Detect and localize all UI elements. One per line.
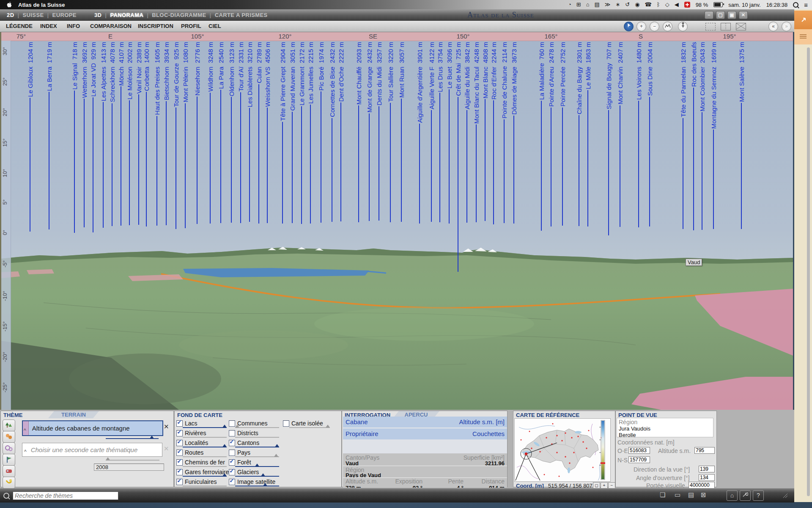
layer-slider-rivie-res[interactable] [183, 437, 227, 438]
home-icon[interactable]: ⌂ [586, 0, 590, 9]
oe-field[interactable] [628, 447, 650, 454]
ns-field[interactable] [628, 456, 650, 463]
height-button[interactable] [678, 22, 688, 31]
help-button[interactable]: ? [753, 490, 764, 501]
minimize-button[interactable]: – [705, 11, 713, 19]
split-view-button[interactable] [721, 23, 731, 30]
mode-item-suisse[interactable]: SUISSE [19, 12, 47, 18]
close-button[interactable]: ✕ [739, 11, 748, 19]
next-button[interactable]: » [782, 22, 791, 31]
widget-header[interactable] [794, 11, 812, 29]
theme-search-input[interactable] [13, 491, 118, 500]
layer-slider-glaciers[interactable] [235, 476, 279, 477]
phone-icon[interactable]: ☎ [645, 0, 652, 9]
overlay-view-button[interactable] [736, 23, 746, 30]
layer-slider-chemins-de-fer[interactable] [183, 466, 227, 467]
volume-icon[interactable]: ◀ [675, 0, 679, 9]
spotlight-icon[interactable] [793, 2, 798, 8]
widget-menu[interactable] [794, 29, 812, 44]
layer-slider-localite-s[interactable] [183, 447, 227, 447]
menu-time[interactable]: 16:28:38 [766, 2, 788, 8]
menu-item-le-gende[interactable]: LÉGENDE [6, 23, 33, 29]
checkbox-carte-isole-e[interactable] [283, 420, 289, 427]
resize-grip[interactable] [782, 493, 788, 500]
second-theme-select[interactable]: ^ Choisir une seconde carte thématique [22, 443, 162, 457]
layer-slider-districts[interactable] [235, 437, 279, 438]
layer-slider-funiculaires[interactable] [183, 486, 227, 486]
theme-rail-state-icon[interactable] [3, 454, 15, 466]
tab-terrain[interactable]: TERRAIN [48, 411, 99, 418]
aperture-field[interactable] [699, 474, 715, 481]
checkbox-fore-t[interactable]: ✓ [229, 459, 235, 466]
slider-handle[interactable] [222, 425, 227, 428]
layer-slider-lacs[interactable] [183, 427, 227, 428]
notification-list-icon[interactable]: ≡ [804, 1, 808, 8]
slider-handle[interactable] [274, 454, 278, 457]
year-field[interactable]: 2008 [94, 464, 164, 471]
layer-slider-cantons[interactable] [235, 447, 279, 447]
bluetooth-icon[interactable]: ᛒ [657, 0, 660, 9]
copy-icon[interactable]: ❏ [660, 491, 665, 499]
checkbox-routes[interactable]: ✓ [176, 450, 183, 456]
menu-item-index[interactable]: INDEX [40, 23, 57, 29]
zoom-in-button[interactable]: + [636, 22, 646, 31]
menu-item-comparaison[interactable]: COMPARAISON [90, 23, 132, 29]
checkbox-rivie-res[interactable]: ✓ [176, 430, 183, 436]
layer-slider-pays[interactable] [235, 456, 279, 457]
profile-button[interactable] [663, 22, 672, 31]
widget-scrollbar[interactable] [807, 47, 810, 496]
checkbox-lacs[interactable]: ✓ [176, 420, 183, 427]
slider-handle[interactable] [222, 473, 227, 476]
keyboard-layout-swiss-icon[interactable] [684, 2, 690, 8]
checkbox-districts[interactable] [229, 430, 235, 436]
menu-date[interactable]: sam. 10 janv. [728, 2, 760, 8]
panorama-view[interactable]: 75°E105°120°SE150°165°S195° 30°25°20°15°… [0, 32, 793, 410]
altitude-field[interactable] [694, 447, 715, 454]
maximize-button[interactable]: ▣ [727, 11, 736, 19]
menu-item-info[interactable]: INFO [67, 23, 80, 29]
theme-map-select[interactable]: ^ Altitude des cabanes de montagne [22, 420, 163, 436]
slider-handle[interactable] [255, 464, 259, 467]
menu-item-ciel[interactable]: CIEL [208, 23, 221, 29]
folder-icon[interactable]: ▭ [675, 491, 680, 499]
checkbox-communes[interactable] [229, 420, 235, 427]
close-theme-icon[interactable]: ✕ [164, 423, 169, 431]
direction-field[interactable] [699, 466, 715, 472]
slider-handle[interactable] [261, 473, 265, 476]
mode-item-bloc-diagramme[interactable]: BLOC-DIAGRAMME [148, 12, 209, 18]
layer-slider-communes[interactable] [235, 427, 279, 428]
sync-icon[interactable]: ◔ [568, 0, 571, 9]
slider-handle[interactable] [150, 436, 154, 439]
previous-button[interactable]: « [768, 22, 778, 31]
apple-menu-icon[interactable] [6, 1, 12, 8]
checkbox-gares-ferroviaires[interactable]: ✓ [176, 469, 183, 475]
theme-rail-economy-icon[interactable] [3, 442, 15, 454]
home-button[interactable]: ⌂ [727, 490, 738, 501]
accessibility-icon[interactable]: ◉ [635, 0, 639, 9]
checkbox-cantons[interactable]: ✓ [229, 440, 235, 446]
slider-handle[interactable] [106, 457, 110, 460]
menu-item-inscription[interactable]: INSCRIPTION [138, 23, 173, 29]
theme-rail-transport-icon[interactable] [3, 465, 15, 477]
displays-icon[interactable]: ⊞ [576, 0, 581, 9]
theme-rail-society-icon[interactable] [3, 431, 15, 443]
checkbox-image-satellite[interactable]: ✓ [229, 479, 235, 485]
mode-item-europe[interactable]: EUROPE [49, 12, 80, 18]
wifi-icon[interactable]: ◇ [665, 0, 669, 9]
mode-item-2d[interactable]: 2D [3, 12, 17, 18]
checkbox-glaciers[interactable]: ✓ [229, 469, 235, 475]
script-icon[interactable]: ∗ [615, 0, 620, 9]
slider-handle[interactable] [263, 483, 267, 486]
layer-slider-routes[interactable] [183, 456, 227, 457]
mode-item-3d[interactable]: 3D [91, 12, 105, 18]
app-menu-title[interactable]: Atlas de la Suisse [18, 2, 65, 8]
mode-item-panorama[interactable]: PANORAMA [107, 12, 147, 18]
checkbox-chemins-de-fer[interactable]: ✓ [176, 459, 183, 466]
mode-item-carte-a-prismes[interactable]: CARTE A PRISMES [211, 12, 271, 18]
theme-rail-communication-icon[interactable] [3, 477, 15, 489]
slider-handle[interactable] [275, 444, 279, 447]
switzerland-overview-map[interactable] [514, 418, 611, 482]
slider-handle[interactable] [326, 425, 330, 428]
slider-handle[interactable] [222, 444, 227, 447]
menu-item-profil[interactable]: PROFIL [181, 23, 201, 29]
